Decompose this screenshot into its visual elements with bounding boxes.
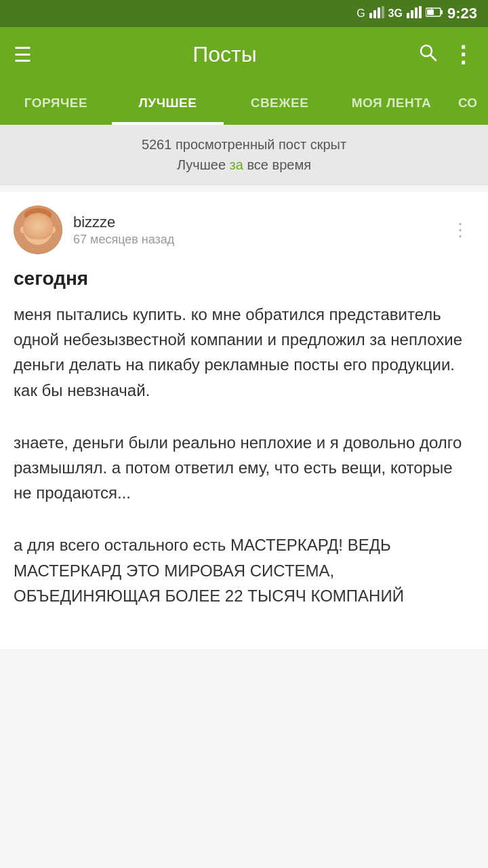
post-time: 67 месяцев назад <box>73 233 435 247</box>
tab-co[interactable]: СО <box>447 81 488 125</box>
svg-rect-7 <box>419 6 422 18</box>
tabs-container: ГОРЯЧЕЕ ЛУЧШЕЕ СВЕЖЕЕ МОЯ ЛЕНТА СО <box>0 81 488 125</box>
overflow-menu-icon[interactable]: ⋮ <box>451 43 474 66</box>
post-header-info: bizzze 67 месяцев назад <box>73 214 435 247</box>
svg-rect-3 <box>382 6 384 18</box>
info-link[interactable]: за <box>230 157 243 172</box>
post-content: сегодня меня пытались купить. ко мне обр… <box>0 261 488 649</box>
info-line2: Лучшее за все время <box>14 155 474 175</box>
tab-best[interactable]: ЛУЧШЕЕ <box>112 81 224 125</box>
post-text-3: а для всего остального есть МАСТЕРКАРД! … <box>14 532 474 608</box>
clock: 9:23 <box>447 5 477 22</box>
toolbar: ☰ Посты ⋮ <box>0 27 488 81</box>
network-3g: 3G <box>388 7 403 20</box>
info-prefix: Лучшее <box>177 157 230 172</box>
svg-rect-0 <box>369 13 372 18</box>
network-indicator: G <box>357 7 365 20</box>
svg-rect-10 <box>427 9 434 15</box>
post-header: bizzze 67 месяцев назад ⋮ <box>0 192 488 261</box>
svg-rect-6 <box>415 7 418 18</box>
svg-rect-5 <box>411 10 413 18</box>
info-suffix: все время <box>243 157 311 172</box>
search-icon[interactable] <box>418 42 438 67</box>
tab-feed[interactable]: МОЯ ЛЕНТА <box>336 81 447 125</box>
info-line1: 5261 просмотренный пост скрыт <box>14 134 474 155</box>
avatar-image <box>14 205 62 254</box>
post-text-1: меня пытались купить. ко мне обратился п… <box>14 302 474 403</box>
svg-line-13 <box>430 55 436 60</box>
status-icons: G 3G 9:23 <box>357 5 477 22</box>
post-title: сегодня <box>14 268 474 290</box>
post-card: bizzze 67 месяцев назад ⋮ сегодня меня п… <box>0 192 488 649</box>
svg-point-16 <box>24 208 52 222</box>
svg-rect-4 <box>407 13 409 18</box>
svg-point-15 <box>23 212 53 245</box>
svg-point-21 <box>36 229 40 232</box>
post-text-2: знаете, деньги были реально неплохие и я… <box>14 430 474 506</box>
svg-point-20 <box>43 224 45 226</box>
signal-bars-2 <box>407 6 422 22</box>
info-banner: 5261 просмотренный пост скрыт Лучшее за … <box>0 125 488 185</box>
toolbar-title: Посты <box>43 42 407 67</box>
hamburger-menu-icon[interactable]: ☰ <box>14 43 32 66</box>
svg-point-18 <box>41 224 46 229</box>
status-bar: G 3G 9:23 <box>0 0 488 27</box>
svg-point-25 <box>50 226 56 233</box>
avatar <box>14 205 62 254</box>
tab-fresh[interactable]: СВЕЖЕЕ <box>224 81 336 125</box>
post-options-icon[interactable]: ⋮ <box>446 214 474 246</box>
tab-hot[interactable]: ГОРЯЧЕЕ <box>0 81 112 125</box>
svg-rect-1 <box>373 10 376 18</box>
post-author: bizzze <box>73 214 435 231</box>
svg-rect-9 <box>441 10 443 14</box>
signal-bars-1 <box>369 6 384 22</box>
svg-point-19 <box>33 224 34 226</box>
battery-icon <box>426 7 443 21</box>
svg-rect-2 <box>378 7 380 18</box>
svg-point-17 <box>30 224 35 229</box>
svg-point-22 <box>25 229 32 236</box>
toolbar-actions: ⋮ <box>418 42 474 67</box>
svg-point-23 <box>44 229 51 236</box>
svg-point-24 <box>20 226 26 233</box>
